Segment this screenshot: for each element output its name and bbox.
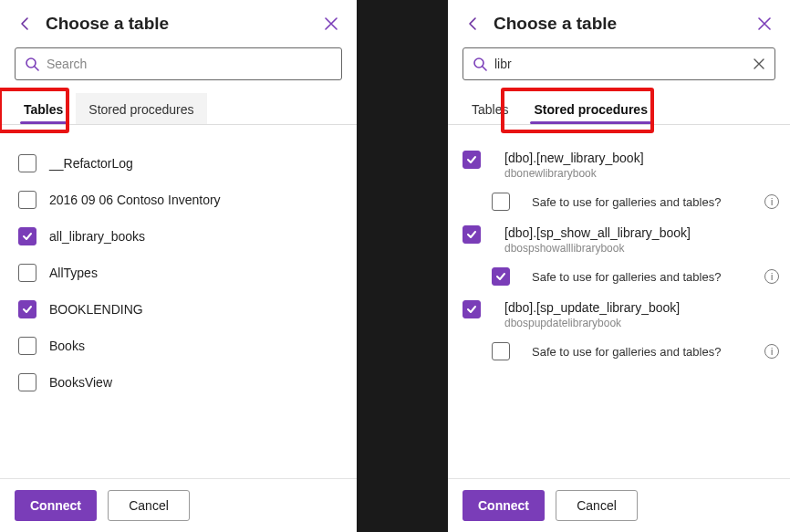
search-container xyxy=(0,42,357,89)
safe-label: Safe to use for galleries and tables? xyxy=(532,195,764,209)
stored-procedure-item: [dbo].[new_library_book]dbonewlibraryboo… xyxy=(463,145,786,220)
header: Choose a table xyxy=(0,0,357,42)
panel-left: Choose a table Tables Stored procedures … xyxy=(0,0,357,532)
safe-label: Safe to use for galleries and tables? xyxy=(532,270,764,284)
clear-search-button[interactable] xyxy=(751,56,767,72)
checkbox[interactable] xyxy=(18,337,36,355)
procedure-subtitle: dbospshowalllibrarybook xyxy=(504,242,691,255)
close-button[interactable] xyxy=(754,13,775,35)
table-row-label: all_library_books xyxy=(49,229,145,244)
procedure-subtitle: dbonewlibrarybook xyxy=(504,167,644,180)
table-row-label: BooksView xyxy=(49,375,112,390)
footer: Connect Cancel xyxy=(0,478,357,532)
info-icon[interactable]: i xyxy=(764,269,779,284)
dialog-title: Choose a table xyxy=(494,14,754,34)
table-row[interactable]: BOOKLENDING xyxy=(18,291,353,328)
table-row[interactable]: Books xyxy=(18,328,353,364)
info-icon[interactable]: i xyxy=(764,344,779,359)
search-icon xyxy=(23,55,41,73)
checkbox[interactable] xyxy=(463,151,481,169)
stored-procedures-list[interactable]: [dbo].[new_library_book]dbonewlibraryboo… xyxy=(448,125,790,478)
tab-stored-procedures[interactable]: Stored procedures xyxy=(521,93,660,124)
table-row[interactable]: 2016 09 06 Contoso Inventory xyxy=(18,182,353,218)
tables-list[interactable]: __RefactorLog2016 09 06 Contoso Inventor… xyxy=(0,125,357,478)
checkbox[interactable] xyxy=(18,227,36,245)
close-button[interactable] xyxy=(320,13,342,35)
table-row[interactable]: __RefactorLog xyxy=(18,145,353,182)
search-container xyxy=(448,42,790,89)
safe-option-row: Safe to use for galleries and tables?i xyxy=(492,342,786,360)
table-row[interactable]: BooksView xyxy=(18,364,353,401)
checkbox[interactable] xyxy=(18,191,36,209)
safe-label: Safe to use for galleries and tables? xyxy=(532,345,764,359)
tabs: Tables Stored procedures xyxy=(448,93,790,125)
table-row-label: __RefactorLog xyxy=(49,156,133,171)
safe-checkbox[interactable] xyxy=(492,342,510,360)
checkbox[interactable] xyxy=(463,225,481,244)
table-row-label: BOOKLENDING xyxy=(49,302,143,317)
tabs: Tables Stored procedures xyxy=(0,93,357,125)
table-row[interactable]: AllTypes xyxy=(18,255,353,291)
search-input[interactable] xyxy=(41,57,334,71)
safe-option-row: Safe to use for galleries and tables?i xyxy=(492,193,786,211)
checkbox[interactable] xyxy=(18,154,36,172)
procedure-name: [dbo].[sp_update_library_book] xyxy=(504,300,680,315)
connect-button[interactable]: Connect xyxy=(463,490,545,521)
procedure-name: [dbo].[new_library_book] xyxy=(504,151,644,165)
safe-checkbox[interactable] xyxy=(492,193,510,211)
safe-checkbox[interactable] xyxy=(492,267,510,286)
dialog-title: Choose a table xyxy=(46,14,320,34)
tab-tables[interactable]: Tables xyxy=(459,93,521,124)
checkbox[interactable] xyxy=(18,264,36,282)
tab-stored-procedures[interactable]: Stored procedures xyxy=(76,93,206,124)
table-row-label: 2016 09 06 Contoso Inventory xyxy=(49,193,221,207)
cancel-button[interactable]: Cancel xyxy=(108,490,190,521)
tab-tables[interactable]: Tables xyxy=(11,93,76,124)
search-input[interactable] xyxy=(489,57,751,71)
checkbox[interactable] xyxy=(18,373,36,391)
checkbox[interactable] xyxy=(18,300,36,318)
panel-separator xyxy=(357,0,448,532)
table-row-label: Books xyxy=(49,339,85,353)
search-box[interactable] xyxy=(15,47,342,80)
checkbox[interactable] xyxy=(463,300,481,318)
back-button[interactable] xyxy=(15,13,36,35)
procedure-subtitle: dbospupdatelibrarybook xyxy=(504,317,680,329)
table-row[interactable]: all_library_books xyxy=(18,218,353,255)
connect-button[interactable]: Connect xyxy=(15,490,97,521)
procedure-name: [dbo].[sp_show_all_library_book] xyxy=(504,225,691,240)
search-box[interactable] xyxy=(463,47,775,80)
svg-line-3 xyxy=(483,67,486,70)
panel-right: Choose a table Tables Stored procedures … xyxy=(448,0,790,532)
footer: Connect Cancel xyxy=(448,478,790,532)
table-row-label: AllTypes xyxy=(49,266,98,280)
header: Choose a table xyxy=(448,0,790,42)
svg-line-1 xyxy=(35,67,38,70)
safe-option-row: Safe to use for galleries and tables?i xyxy=(492,267,786,286)
stored-procedure-item: [dbo].[sp_update_library_book]dbospupdat… xyxy=(463,295,786,370)
search-icon xyxy=(471,55,489,73)
back-button[interactable] xyxy=(463,13,484,35)
stored-procedure-item: [dbo].[sp_show_all_library_book]dbospsho… xyxy=(463,220,786,295)
cancel-button[interactable]: Cancel xyxy=(556,490,638,521)
info-icon[interactable]: i xyxy=(764,194,779,209)
